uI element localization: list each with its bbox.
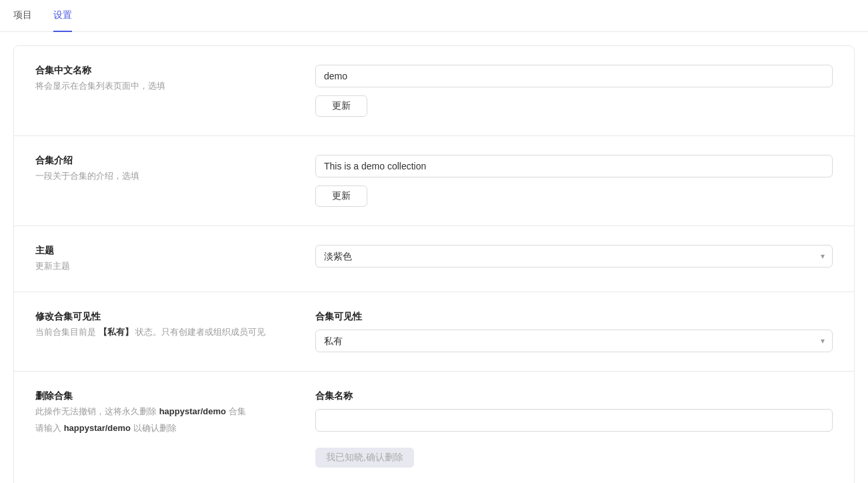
visibility-desc: 当前合集目前是 【私有】 状态。只有创建者或组织成员可见 <box>35 326 289 339</box>
intro-input[interactable] <box>315 155 833 177</box>
visibility-select[interactable]: 私有 公开 <box>315 330 833 352</box>
delete-desc1-highlight: happystar/demo <box>159 406 226 416</box>
delete-desc1-prefix: 此操作无法撤销，这将永久删除 <box>35 406 157 416</box>
visibility-right-title: 合集可见性 <box>315 311 833 323</box>
visibility-title: 修改合集可见性 <box>35 311 289 323</box>
delete-desc2: 请输入 happystar/demo 以确认删除 <box>35 422 289 435</box>
delete-collection-name-input[interactable] <box>315 409 833 432</box>
delete-desc2-highlight: happystar/demo <box>64 423 131 433</box>
section-left-chinese-name: 合集中文名称 将会显示在合集列表页面中，选填 <box>35 65 289 93</box>
main-content: 合集中文名称 将会显示在合集列表页面中，选填 更新 合集介绍 一段关于合集的介绍… <box>0 32 868 483</box>
visibility-desc-suffix: 状态。只有创建者或组织成员可见 <box>135 327 265 337</box>
chinese-name-update-button[interactable]: 更新 <box>315 95 367 117</box>
intro-update-button[interactable]: 更新 <box>315 185 367 207</box>
delete-desc2-prefix: 请输入 <box>35 423 61 433</box>
section-right-theme: 淡紫色 蓝色 绿色 红色 橙色 ▾ <box>315 245 833 268</box>
section-theme: 主题 更新主题 淡紫色 蓝色 绿色 红色 橙色 ▾ <box>14 226 854 292</box>
visibility-desc-highlight: 【私有】 <box>99 327 133 337</box>
section-left-theme: 主题 更新主题 <box>35 245 289 273</box>
section-chinese-name: 合集中文名称 将会显示在合集列表页面中，选填 更新 <box>14 46 854 136</box>
section-left-visibility: 修改合集可见性 当前合集目前是 【私有】 状态。只有创建者或组织成员可见 <box>35 311 289 339</box>
section-right-intro: 更新 <box>315 155 833 207</box>
delete-confirm-button[interactable]: 我已知晓,确认删除 <box>315 448 414 468</box>
section-visibility: 修改合集可见性 当前合集目前是 【私有】 状态。只有创建者或组织成员可见 合集可… <box>14 292 854 372</box>
delete-desc1: 此操作无法撤销，这将永久删除 happystar/demo 合集 <box>35 405 289 418</box>
nav-item-settings[interactable]: 设置 <box>53 0 72 32</box>
delete-desc2-suffix: 以确认删除 <box>133 423 177 433</box>
theme-title: 主题 <box>35 245 289 257</box>
section-right-visibility: 合集可见性 私有 公开 ▾ <box>315 311 833 352</box>
delete-desc1-suffix: 合集 <box>229 406 246 416</box>
delete-title: 删除合集 <box>35 390 289 402</box>
intro-desc: 一段关于合集的介绍，选填 <box>35 169 289 183</box>
delete-right-title: 合集名称 <box>315 390 833 402</box>
section-intro: 合集介绍 一段关于合集的介绍，选填 更新 <box>14 136 854 226</box>
chinese-name-title: 合集中文名称 <box>35 65 289 77</box>
chinese-name-input[interactable] <box>315 65 833 87</box>
section-delete: 删除合集 此操作无法撤销，这将永久删除 happystar/demo 合集 请输… <box>14 372 854 484</box>
visibility-select-wrapper: 私有 公开 ▾ <box>315 330 833 352</box>
chinese-name-desc: 将会显示在合集列表页面中，选填 <box>35 79 289 93</box>
visibility-desc-prefix: 当前合集目前是 <box>35 327 96 337</box>
section-left-delete: 删除合集 此操作无法撤销，这将永久删除 happystar/demo 合集 请输… <box>35 390 289 435</box>
nav-item-projects[interactable]: 项目 <box>13 0 32 32</box>
theme-select-wrapper: 淡紫色 蓝色 绿色 红色 橙色 ▾ <box>315 245 833 268</box>
top-nav: 项目 设置 <box>0 0 868 32</box>
section-right-chinese-name: 更新 <box>315 65 833 117</box>
section-left-intro: 合集介绍 一段关于合集的介绍，选填 <box>35 155 289 183</box>
settings-card: 合集中文名称 将会显示在合集列表页面中，选填 更新 合集介绍 一段关于合集的介绍… <box>13 45 855 483</box>
theme-select[interactable]: 淡紫色 蓝色 绿色 红色 橙色 <box>315 245 833 268</box>
intro-title: 合集介绍 <box>35 155 289 167</box>
section-right-delete: 合集名称 我已知晓,确认删除 <box>315 390 833 468</box>
theme-desc: 更新主题 <box>35 260 289 273</box>
